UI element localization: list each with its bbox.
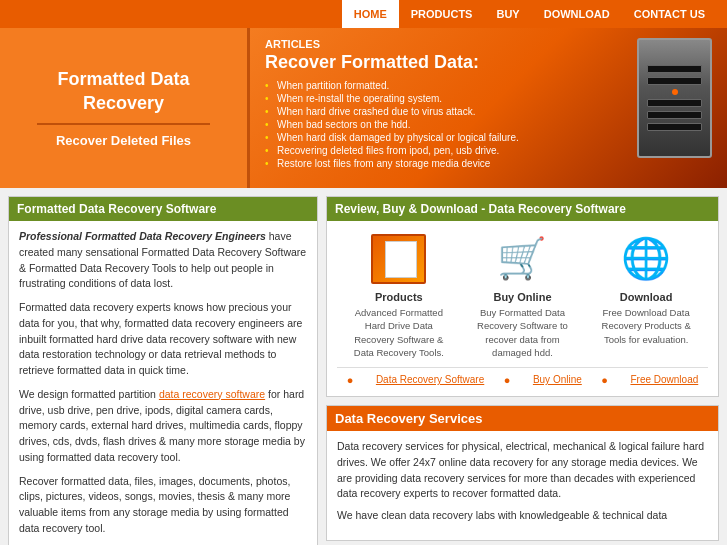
review-box: Review, Buy & Download - Data Recovery S… xyxy=(326,196,719,397)
left-para-2: Formatted data recovery experts knows ho… xyxy=(19,300,307,379)
left-column: Formatted Data Recovery Software Profess… xyxy=(8,196,318,545)
services-para-1: Data recovery services for physical, ele… xyxy=(337,439,708,502)
product-item-2: 🛒 Buy Online Buy Formatted Data Recovery… xyxy=(467,231,577,359)
page-wrapper: HOME PRODUCTS BUY DOWNLOAD CONTACT US Fo… xyxy=(0,0,727,545)
services-box: Data Recovery Services Data recovery ser… xyxy=(326,405,719,541)
hero-section: Formatted Data Recovery Recover Deleted … xyxy=(0,28,727,188)
server-drive-5 xyxy=(647,123,702,131)
download-icon: 🌐 xyxy=(621,235,671,282)
nav-bar: HOME PRODUCTS BUY DOWNLOAD CONTACT US xyxy=(0,0,727,28)
server-image xyxy=(637,38,717,168)
product-desc-3: Free Download Data Recovery Products & T… xyxy=(591,306,701,346)
main-content: Formatted Data Recovery Software Profess… xyxy=(0,188,727,545)
product-links: ● Data Recovery Software ● Buy Online ● … xyxy=(337,367,708,386)
left-para-3: We design formatted partition data recov… xyxy=(19,387,307,466)
left-para-1: Professional Formatted Data Recovery Eng… xyxy=(19,229,307,292)
server-drive-1 xyxy=(647,65,702,73)
product-name-1: Products xyxy=(375,291,423,303)
product-link-1-bullet: ● xyxy=(347,374,354,386)
product-desc-1: Advanced Formatted Hard Drive Data Recov… xyxy=(344,306,454,359)
product-item-3: 🌐 Download Free Download Data Recovery P… xyxy=(591,231,701,359)
product-icon-box-2: 🛒 xyxy=(487,231,557,286)
data-recovery-link[interactable]: data recovery software xyxy=(159,388,265,400)
product-link-3-bullet: ● xyxy=(601,374,608,386)
nav-products[interactable]: PRODUCTS xyxy=(399,0,485,28)
server-drive-2 xyxy=(647,77,702,85)
review-header: Review, Buy & Download - Data Recovery S… xyxy=(327,197,718,221)
hero-right: ARTICLES Recover Formatted Data: When pa… xyxy=(250,28,727,188)
hero-divider xyxy=(37,123,211,125)
hero-subtitle: Recover Deleted Files xyxy=(56,133,191,148)
product-link-2[interactable]: Buy Online xyxy=(533,374,582,386)
cart-icon: 🛒 xyxy=(497,235,547,282)
product-item-1: Products Advanced Formatted Hard Drive D… xyxy=(344,231,454,359)
server-drive-4 xyxy=(647,111,702,119)
server-light xyxy=(672,89,678,95)
products-row: Products Advanced Formatted Hard Drive D… xyxy=(337,231,708,359)
product-icon-box-3: 🌐 xyxy=(611,231,681,286)
product-icon-box-1 xyxy=(364,231,434,286)
server-drive-3 xyxy=(647,99,702,107)
product-name-2: Buy Online xyxy=(493,291,551,303)
hero-title: Formatted Data Recovery xyxy=(15,68,232,115)
nav-contact[interactable]: CONTACT US xyxy=(622,0,717,28)
left-para-3-prefix: We design formatted partition xyxy=(19,388,159,400)
left-para-4: Recover formatted data, files, images, d… xyxy=(19,474,307,537)
product-desc-2: Buy Formatted Data Recovery Software to … xyxy=(467,306,577,359)
right-column: Review, Buy & Download - Data Recovery S… xyxy=(326,196,719,545)
left-section-header: Formatted Data Recovery Software xyxy=(9,197,317,221)
services-header: Data Recovery Services xyxy=(327,406,718,431)
left-para-1-em: Professional Formatted Data Recovery Eng… xyxy=(19,230,266,242)
nav-home[interactable]: HOME xyxy=(342,0,399,28)
nav-buy[interactable]: BUY xyxy=(484,0,531,28)
nav-download[interactable]: DOWNLOAD xyxy=(532,0,622,28)
product-name-3: Download xyxy=(620,291,673,303)
nav-links: HOME PRODUCTS BUY DOWNLOAD CONTACT US xyxy=(0,0,727,28)
product-link-2-bullet: ● xyxy=(504,374,511,386)
product-link-3[interactable]: Free Download xyxy=(630,374,698,386)
software-icon xyxy=(371,234,426,284)
product-link-1[interactable]: Data Recovery Software xyxy=(376,374,484,386)
hero-left: Formatted Data Recovery Recover Deleted … xyxy=(0,28,250,188)
services-para-2: We have clean data recovery labs with kn… xyxy=(337,508,708,524)
